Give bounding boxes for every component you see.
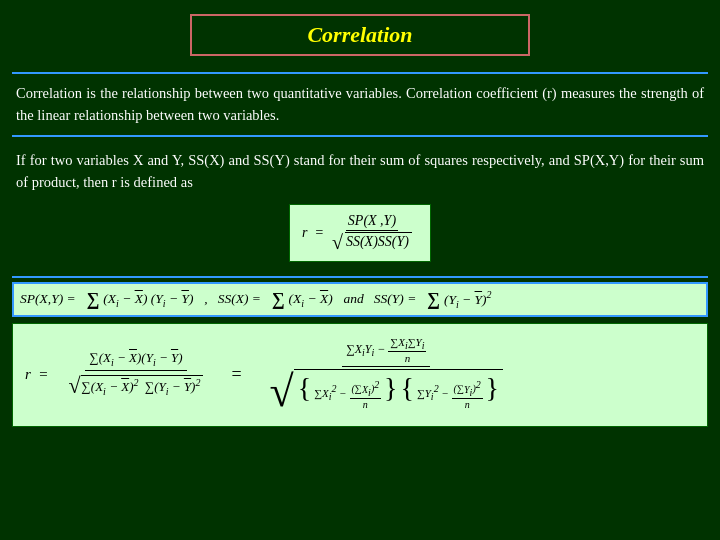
numerator: SP(X ,Y) bbox=[346, 213, 398, 231]
sigma3: ∑ bbox=[427, 289, 440, 310]
sigma2: ∑ bbox=[272, 289, 285, 310]
right-curly1: } bbox=[384, 374, 397, 402]
r-equals: r = bbox=[302, 225, 324, 241]
ssy-formula: (Yi − Y)2 bbox=[444, 289, 492, 309]
left-numerator: ∑(Xi − X)(Yi − Y) bbox=[85, 348, 186, 371]
sqrt-symbol: √ bbox=[332, 232, 343, 252]
right-fraction: ∑XiYi − ∑Xi∑Yi n √ { ∑Xi2 − (∑Xi)2 bbox=[266, 334, 507, 416]
left-curly: { bbox=[298, 374, 311, 402]
right-curly2: } bbox=[485, 374, 498, 402]
definition-section: Correlation is the relationship between … bbox=[12, 72, 708, 137]
right-sqrt-symbol: √ bbox=[270, 372, 294, 412]
right-sqrt: √ { ∑Xi2 − (∑Xi)2 n } { bbox=[270, 369, 503, 414]
r-formula: r = SP(X ,Y) √ SS(X)SS(Y) bbox=[302, 213, 412, 253]
right-sqrt-content: { ∑Xi2 − (∑Xi)2 n } { ∑Yi2 − bbox=[294, 369, 503, 414]
sp-formula: (Xi − X) (Yi − Y) bbox=[103, 291, 193, 309]
r-formula-box: r = SP(X ,Y) √ SS(X)SS(Y) bbox=[289, 204, 431, 262]
left-sqrt-content: ∑(Xi − X)2 ∑(Yi − Y)2 bbox=[81, 375, 204, 398]
ssy-inner: ∑Yi2 − (∑Yi)2 n bbox=[417, 387, 486, 399]
ssx-formula: (Xi − X) bbox=[289, 291, 333, 309]
left-fraction: ∑(Xi − X)(Yi − Y) √ ∑(Xi − X)2 ∑(Yi − Y)… bbox=[64, 348, 207, 401]
formula-description-section: If for two variables X and Y, SS(X) and … bbox=[12, 141, 708, 278]
title-box: Correlation bbox=[190, 14, 530, 56]
denominator: √ SS(X)SS(Y) bbox=[332, 231, 412, 253]
ssx-inner: ∑Xi2 − (∑Xi)2 n bbox=[314, 387, 384, 399]
full-formula-section: r = ∑(Xi − X)(Yi − Y) √ ∑(Xi − X)2 ∑(Yi … bbox=[12, 323, 708, 427]
sigma1: ∑ bbox=[86, 289, 99, 310]
title-text: Correlation bbox=[307, 22, 412, 47]
sqrt-content: SS(X)SS(Y) bbox=[345, 232, 412, 251]
sqrt-wrapper: √ SS(X)SS(Y) bbox=[332, 232, 412, 252]
left-curly2: { bbox=[400, 374, 413, 402]
left-sqrt-symbol: √ bbox=[68, 373, 80, 399]
left-sqrt: √ ∑(Xi − X)2 ∑(Yi − Y)2 bbox=[68, 373, 203, 399]
right-denominator: √ { ∑Xi2 − (∑Xi)2 n } { bbox=[266, 367, 507, 416]
right-numerator: ∑XiYi − ∑Xi∑Yi n bbox=[342, 334, 430, 367]
ssx-and: and SS(Y) = bbox=[337, 291, 423, 307]
sp-label: SP(X,Y) = bbox=[20, 291, 82, 307]
sp-definitions: SP(X,Y) = ∑ (Xi − X) (Yi − Y) , SS(X) = … bbox=[20, 289, 700, 310]
formula-display: r = SP(X ,Y) √ SS(X)SS(Y) bbox=[16, 198, 704, 268]
slide: Correlation Correlation is the relations… bbox=[0, 0, 720, 540]
left-denominator: √ ∑(Xi − X)2 ∑(Yi − Y)2 bbox=[64, 371, 207, 401]
fraction: SP(X ,Y) √ SS(X)SS(Y) bbox=[332, 213, 412, 253]
definition-text: Correlation is the relationship between … bbox=[16, 82, 704, 127]
r-label-left: r = bbox=[25, 366, 48, 383]
equals-sign: = bbox=[231, 364, 241, 385]
formula-description-text: If for two variables X and Y, SS(X) and … bbox=[16, 149, 704, 194]
definitions-section: SP(X,Y) = ∑ (Xi − X) (Yi − Y) , SS(X) = … bbox=[12, 282, 708, 317]
ssx-label: , SS(X) = bbox=[197, 291, 267, 307]
